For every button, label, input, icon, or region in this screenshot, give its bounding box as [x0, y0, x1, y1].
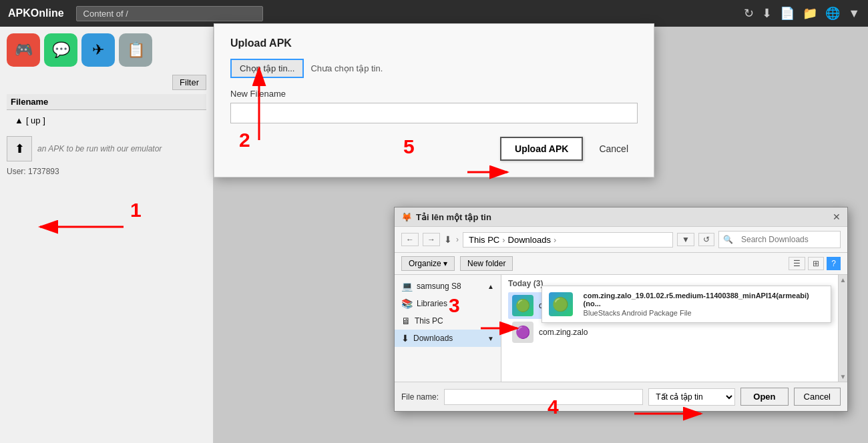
fb-refresh-button[interactable]: ↺	[698, 233, 714, 246]
fb-open-button[interactable]: Open	[740, 388, 788, 406]
choose-file-button[interactable]: Chọn tập tin...	[230, 59, 304, 78]
fb-sidebar-icon-samsung: 💻	[401, 281, 413, 292]
fb-tooltip-icon: 🟢	[549, 292, 573, 316]
fb-title: 🦊 Tải lên một tập tin	[401, 212, 491, 222]
fb-sidebar-item-libraries[interactable]: 📚 Libraries	[395, 295, 501, 312]
fb-sidebar-label-libraries: Libraries	[417, 299, 447, 308]
file-browser-dialog: 🦊 Tải lên một tập tin ✕ ← → ⬇ › This PC …	[394, 207, 848, 412]
fb-breadcrumb-this-pc: This PC	[469, 235, 499, 245]
fb-toolbar: Organize ▾ New folder ☰ ⊞ ?	[395, 253, 847, 275]
fb-sidebar-icon-downloads: ⬇	[401, 333, 409, 344]
fb-file-item-2[interactable]: 🟣 com.zing.zalo	[508, 319, 831, 346]
fb-cancel-button[interactable]: Cancel	[794, 388, 841, 406]
new-filename-input[interactable]	[230, 103, 638, 123]
topbar: APKOnline Content of / ↻ ⬇ 📄 📁 🌐 ▼	[0, 0, 868, 27]
fb-file-item-1[interactable]: 🟢 com.zing.zalo_19.01.02.r5.medium-11400…	[508, 292, 831, 319]
app-icons-row: 🎮 💬 ✈ 📋	[7, 33, 206, 67]
app-logo: APKOnline	[8, 7, 64, 19]
folder-icon[interactable]: 📁	[803, 6, 817, 21]
fb-filetype-select[interactable]: Tất cả tập tin	[648, 388, 735, 406]
upload-icon: ⬆	[15, 141, 25, 156]
fb-title-icon: 🦊	[401, 212, 412, 222]
fb-file-icon-2: 🟣	[512, 322, 533, 343]
fb-file-icon-symbol-2: 🟣	[515, 325, 530, 340]
fb-sidebar: 💻 samsung S8 ▲ 📚 Libraries 🖥 This PC ⬇ D…	[395, 275, 501, 382]
no-file-text: Chưa chọn tập tin.	[310, 63, 383, 73]
fb-scrollbar[interactable]: ▲ ▼	[838, 275, 847, 382]
fb-file-tooltip-1: 🟢 com.zing.zalo_19.01.02.r5.medium-11400…	[541, 286, 831, 323]
fb-view-list-button[interactable]: ☰	[789, 257, 805, 270]
app-icon-2[interactable]: 💬	[44, 33, 77, 67]
fb-footer: File name: Tất cả tập tin Open Cancel	[395, 382, 847, 411]
topbar-icons: ↻ ⬇ 📄 📁 🌐 ▼	[744, 6, 860, 21]
fb-sidebar-icon-thispc: 🖥	[401, 316, 411, 326]
fb-sidebar-collapse-samsung: ▲	[487, 283, 494, 290]
fb-download-icon: ⬇	[444, 234, 452, 245]
fb-title-text: Tải lên một tập tin	[416, 212, 491, 222]
fb-breadcrumb-sep1: ›	[502, 235, 505, 245]
fb-sidebar-item-downloads[interactable]: ⬇ Downloads ▼	[395, 330, 501, 347]
download-icon[interactable]: ⬇	[762, 6, 772, 21]
fb-tooltip-type: BlueStacks Android Package File	[584, 309, 824, 317]
fb-nav: ← → ⬇ › This PC › Downloads › ▼ ↺ 🔍	[395, 227, 847, 253]
up-arrow-icon: ▲	[15, 115, 23, 125]
fb-sidebar-label-downloads: Downloads	[413, 334, 453, 343]
file-pick-row: Chọn tập tin... Chưa chọn tập tin.	[230, 59, 638, 78]
fb-tooltip-content: 🟢 com.zing.zalo_19.01.02.r5.medium-11400…	[549, 292, 824, 317]
fb-sidebar-dropdown-downloads: ▼	[487, 335, 494, 342]
fb-content: Today (3) 🟢 com.zing.zalo_19.01.02.r5.me…	[501, 275, 838, 382]
app-icon-1[interactable]: 🎮	[7, 33, 40, 67]
fb-footer-label: File name:	[401, 392, 439, 402]
fb-file-icon-symbol-1: 🟢	[515, 298, 530, 313]
table-row[interactable]: ▲ [ up ]	[7, 110, 206, 131]
fb-search-box: 🔍	[718, 231, 841, 248]
fb-dropdown-button[interactable]: ▼	[677, 233, 694, 246]
fb-back-button[interactable]: ←	[401, 233, 419, 246]
fb-nav-sep: ›	[456, 235, 459, 244]
globe-icon[interactable]: 🌐	[825, 6, 840, 21]
fb-tooltip-name: com.zing.zalo_19.01.02.r5.medium-1140038…	[584, 292, 824, 308]
up-row-label: [ up ]	[26, 115, 45, 125]
fb-help-button[interactable]: ?	[827, 257, 841, 270]
fb-scroll-down[interactable]: ▼	[840, 373, 847, 380]
dialog-actions: Upload APK Cancel	[230, 137, 638, 161]
fb-file-icon-1: 🟢	[512, 295, 533, 316]
fb-sidebar-item-samsung[interactable]: 💻 samsung S8 ▲	[395, 278, 501, 295]
new-filename-label: New Filename	[230, 89, 638, 99]
fb-sidebar-icon-libraries: 📚	[401, 298, 413, 309]
fb-breadcrumb-sep2: ›	[554, 235, 556, 245]
fb-filename-input[interactable]	[444, 389, 643, 405]
file-icon[interactable]: 📄	[780, 6, 795, 21]
fb-scroll-up[interactable]: ▲	[840, 276, 847, 284]
dialog-title: Upload APK	[230, 37, 638, 49]
upload-btn-area: ⬆ an APK to be run with our emulator	[7, 136, 206, 161]
upload-apk-icon-button[interactable]: ⬆	[7, 136, 32, 161]
filename-header: Filename	[7, 94, 206, 110]
fb-close-button[interactable]: ✕	[833, 211, 841, 222]
dialog-cancel-button[interactable]: Cancel	[590, 137, 638, 161]
dropdown-icon[interactable]: ▼	[848, 7, 860, 21]
filter-bar: Filter	[7, 75, 206, 90]
fb-sidebar-label-thispc: This PC	[415, 316, 443, 326]
path-bar[interactable]: Content of /	[76, 6, 263, 21]
file-table: Filename ▲ [ up ]	[7, 94, 206, 131]
fb-search-input[interactable]	[736, 233, 836, 246]
fb-sidebar-item-thispc[interactable]: 🖥 This PC	[395, 312, 501, 330]
filter-button[interactable]: Filter	[172, 75, 206, 90]
app-icon-4[interactable]: 📋	[119, 33, 152, 67]
fb-organize-button[interactable]: Organize ▾	[401, 256, 455, 271]
upload-hint: an APK to be run with our emulator	[37, 144, 162, 153]
fb-sidebar-label-samsung: samsung S8	[417, 282, 461, 291]
fb-view-grid-button[interactable]: ⊞	[808, 257, 824, 270]
upload-apk-dialog: Upload APK Chọn tập tin... Chưa chọn tập…	[214, 23, 654, 177]
upload-apk-button[interactable]: Upload APK	[500, 137, 583, 161]
user-info: User: 1737893	[7, 167, 206, 176]
fb-titlebar: 🦊 Tải lên một tập tin ✕	[395, 207, 847, 227]
fb-forward-button[interactable]: →	[423, 233, 440, 246]
app-icon-3[interactable]: ✈	[81, 33, 115, 67]
fb-new-folder-button[interactable]: New folder	[460, 256, 513, 271]
fb-breadcrumb[interactable]: This PC › Downloads ›	[463, 232, 673, 248]
fb-tooltip-text: com.zing.zalo_19.01.02.r5.medium-1140038…	[584, 292, 824, 317]
refresh-icon[interactable]: ↻	[744, 6, 754, 21]
fb-breadcrumb-downloads: Downloads	[508, 235, 551, 245]
